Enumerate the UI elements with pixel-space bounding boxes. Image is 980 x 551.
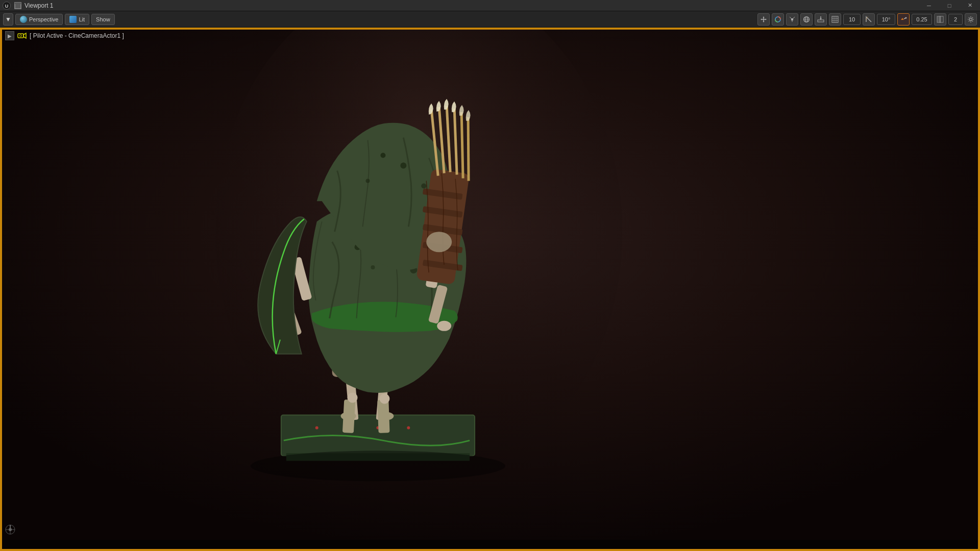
angle-snap-button[interactable]	[863, 13, 875, 26]
svg-marker-8	[761, 18, 762, 20]
svg-marker-6	[763, 16, 765, 18]
svg-rect-86	[18, 34, 23, 38]
show-button[interactable]: Show	[91, 14, 115, 25]
svg-line-13	[792, 17, 795, 19]
toolbar-right-group: 10 10° 0.25 2	[757, 13, 977, 26]
scale-icon	[789, 16, 796, 23]
translate-icon	[760, 16, 767, 23]
svg-point-29	[905, 17, 907, 18]
grid-overlay-button[interactable]	[829, 13, 841, 26]
svg-marker-7	[763, 21, 765, 22]
title-bar-left: U Viewport 1	[0, 1, 53, 10]
lit-icon	[69, 16, 77, 23]
camera-speed-icon	[900, 16, 907, 23]
svg-point-69	[366, 179, 370, 183]
svg-line-40	[972, 17, 973, 17]
svg-point-32	[970, 18, 972, 20]
camera-speed-button[interactable]	[897, 13, 910, 26]
svg-line-83	[468, 117, 469, 181]
perspective-button[interactable]: Perspective	[15, 14, 63, 25]
settings-icon	[967, 16, 974, 23]
world-local-toggle[interactable]	[800, 13, 813, 26]
pilot-bar: ▶ [ Pilot Active - CineCameraActor1 ]	[1, 29, 979, 43]
svg-rect-30	[937, 16, 941, 22]
svg-point-84	[426, 232, 452, 252]
svg-point-45	[315, 426, 318, 429]
maximize-button[interactable]: □	[939, 0, 960, 11]
perspective-label: Perspective	[29, 16, 58, 22]
perspective-icon	[20, 16, 27, 23]
show-label: Show	[96, 16, 110, 22]
title-bar: U Viewport 1 ─ □ ✕	[0, 0, 980, 11]
grid-icon	[831, 16, 839, 23]
svg-point-64	[437, 321, 451, 331]
window-title: Viewport 1	[24, 2, 53, 9]
pilot-camera-icon	[17, 31, 27, 40]
svg-point-88	[20, 35, 22, 37]
svg-point-56	[379, 394, 389, 404]
scale-tool-button[interactable]	[786, 13, 798, 26]
svg-point-70	[400, 163, 406, 169]
translate-tool-button[interactable]	[757, 13, 770, 26]
ue-logo-icon: U	[2, 1, 11, 10]
svg-rect-3	[15, 3, 21, 4]
layers-button[interactable]	[934, 13, 946, 26]
svg-point-48	[407, 426, 410, 429]
svg-line-12	[790, 17, 792, 19]
surface-snap-icon	[817, 16, 824, 23]
orientation-gizmo[interactable]	[5, 524, 15, 535]
svg-line-82	[461, 112, 463, 179]
svg-point-53	[341, 412, 356, 420]
svg-marker-87	[23, 33, 26, 38]
lit-label: Lit	[79, 16, 85, 22]
grid-snap-value[interactable]: 10	[843, 14, 861, 25]
svg-point-71	[421, 183, 426, 188]
svg-line-38	[972, 20, 973, 21]
scene-svg	[1, 29, 979, 550]
layer-count-value[interactable]: 2	[948, 14, 963, 25]
lit-button[interactable]: Lit	[65, 14, 89, 25]
svg-line-39	[969, 20, 969, 21]
minimize-button[interactable]: ─	[919, 0, 939, 11]
svg-text:U: U	[5, 4, 9, 9]
viewport-3d[interactable]: ▶ [ Pilot Active - CineCameraActor1 ]	[0, 28, 980, 551]
svg-rect-20	[818, 20, 824, 22]
svg-point-60	[371, 265, 375, 269]
surface-snap-button[interactable]	[815, 13, 827, 26]
close-button[interactable]: ✕	[960, 0, 980, 11]
angle-snap-icon	[865, 16, 872, 23]
svg-rect-23	[832, 16, 838, 22]
camera-speed-value[interactable]: 0.25	[912, 14, 932, 25]
viewport-options-button[interactable]: ▼	[3, 13, 13, 26]
pilot-active-label: [ Pilot Active - CineCameraActor1 ]	[30, 32, 124, 39]
svg-line-37	[969, 17, 969, 17]
layers-icon	[937, 16, 944, 23]
svg-point-68	[380, 153, 385, 158]
svg-marker-9	[766, 18, 767, 20]
globe-icon	[803, 16, 810, 23]
svg-point-55	[348, 393, 358, 403]
title-bar-controls: ─ □ ✕	[919, 0, 980, 11]
expand-icon: ▶	[8, 33, 12, 39]
viewport-bottom-bar	[1, 540, 979, 550]
rotate-icon	[774, 16, 781, 23]
pilot-expand-button[interactable]: ▶	[5, 31, 14, 40]
angle-snap-value[interactable]: 10°	[877, 14, 895, 25]
svg-point-54	[378, 412, 394, 420]
viewport-toolbar: ▼ Perspective Lit Show	[0, 11, 980, 28]
svg-point-90	[9, 528, 12, 531]
svg-rect-43	[281, 415, 475, 456]
viewport-window-icon	[14, 2, 21, 9]
viewport-settings-button[interactable]	[965, 13, 977, 26]
toolbar-left-group: ▼ Perspective Lit Show	[3, 13, 115, 26]
svg-point-85	[251, 450, 505, 481]
rotate-tool-button[interactable]	[772, 13, 784, 26]
